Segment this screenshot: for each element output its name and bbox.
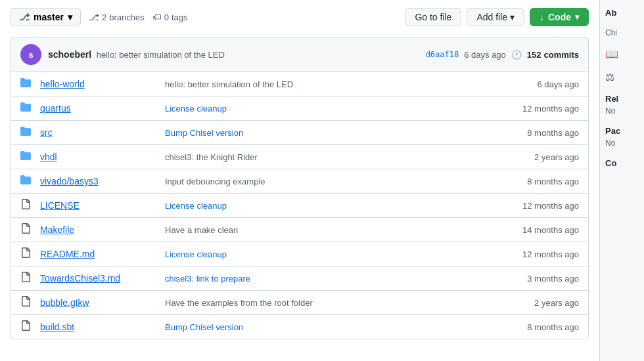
file-name-link[interactable]: TowardsChisel3.md (40, 273, 158, 284)
file-commit-message: License cleanup (165, 201, 494, 211)
folder-icon (20, 150, 34, 163)
sidebar-book: 📖 (605, 48, 639, 60)
releases-text: No (605, 106, 639, 116)
file-time: 8 months ago (500, 177, 579, 186)
sidebar-chisel: Chi (605, 28, 639, 37)
branches-icon: ⎇ (89, 12, 99, 22)
file-commit-message: Have the examples from the root folder (165, 298, 494, 308)
file-commit-message: chisel3: link to prepare (165, 274, 494, 284)
commit-message-link[interactable]: License cleanup (165, 104, 227, 114)
contributors-title: Co (605, 158, 639, 168)
sidebar-releases: Rel No (605, 94, 639, 116)
commit-author[interactable]: schoeberl (48, 49, 91, 60)
file-name-link[interactable]: src (40, 127, 158, 138)
commit-message-link[interactable]: License cleanup (165, 249, 227, 259)
sidebar-packages: Pac No (605, 126, 639, 148)
commit-message-link[interactable]: Bump Chisel version (165, 128, 243, 138)
table-row: quartusLicense cleanup12 months ago (11, 96, 588, 121)
sidebar-about: Ab (605, 8, 639, 18)
chevron-down-icon: ▾ (68, 12, 72, 22)
chevron-down-icon: ▾ (510, 12, 515, 22)
file-name-link[interactable]: vivado/basys3 (40, 176, 158, 186)
file-name-link[interactable]: vhdl (40, 152, 158, 162)
file-name-link[interactable]: README.md (40, 249, 158, 259)
branches-count: 2 (102, 12, 106, 22)
file-time: 8 months ago (500, 322, 579, 332)
tags-label: tags (172, 12, 188, 22)
file-time: 2 years ago (500, 152, 579, 162)
sidebar-scale: ⚖ (605, 71, 639, 83)
file-time: 12 months ago (500, 201, 579, 211)
file-time: 12 months ago (500, 249, 579, 259)
commit-message-link[interactable]: Bump Chisel version (165, 322, 243, 332)
code-button[interactable]: ↓ Code ▾ (530, 8, 589, 26)
file-commit-message: Input debouncing example (165, 177, 494, 186)
table-row: TowardsChisel3.mdchisel3: link to prepar… (11, 266, 588, 291)
commits-link[interactable]: 152 commits (527, 50, 579, 60)
sidebar-contributors: Co (605, 158, 639, 168)
file-commit-message: chisel3: the Knight Rider (165, 152, 494, 162)
file-commit-message: Have a make clean (165, 225, 494, 235)
tag-icon: 🏷 (152, 12, 162, 22)
commit-hash[interactable]: d6aaf18 (426, 50, 459, 59)
top-bar-actions: Go to file Add file ▾ ↓ Code ▾ (405, 8, 589, 26)
branches-label: branches (109, 12, 144, 22)
file-icon (20, 296, 34, 309)
file-name-link[interactable]: quartus (40, 103, 158, 114)
file-time: 6 days ago (500, 79, 579, 89)
table-row: MakefileHave a make clean14 months ago (11, 218, 588, 242)
file-icon (20, 247, 34, 261)
sidebar: Ab Chi 📖 ⚖ Rel No Pac No Co (599, 0, 644, 361)
folder-icon (20, 77, 34, 91)
add-file-button[interactable]: Add file ▾ (467, 8, 524, 26)
file-time: 8 months ago (500, 128, 579, 138)
download-icon: ↓ (540, 12, 544, 22)
commit-message-link[interactable]: License cleanup (165, 201, 227, 211)
commit-info: schoeberl hello: better simulation of th… (48, 49, 225, 60)
scale-icon: ⚖ (605, 71, 639, 83)
file-time: 14 months ago (500, 225, 579, 235)
file-time: 3 months ago (500, 274, 579, 284)
file-icon (20, 199, 34, 212)
file-name-link[interactable]: hello-world (40, 79, 158, 89)
file-time: 12 months ago (500, 104, 579, 114)
file-icon (20, 223, 34, 236)
table-row: bubble.gtkwHave the examples from the ro… (11, 291, 588, 315)
file-name-link[interactable]: bubble.gtkw (40, 297, 158, 308)
packages-title: Pac (605, 126, 639, 136)
branch-selector[interactable]: ⎇ master ▾ (11, 8, 81, 26)
packages-text: No (605, 138, 639, 148)
branch-name: master (34, 12, 64, 22)
file-commit-message: Bump Chisel version (165, 128, 494, 138)
table-row: LICENSELicense cleanup12 months ago (11, 194, 588, 218)
top-bar: ⎇ master ▾ ⎇ 2 branches 🏷 0 tags Go to f… (11, 8, 589, 26)
file-time: 2 years ago (500, 298, 579, 308)
table-row: hello-worldhello: better simulation of t… (11, 72, 588, 96)
table-row: README.mdLicense cleanup12 months ago (11, 242, 588, 266)
commit-message-link[interactable]: chisel3: link to prepare (165, 274, 250, 284)
goto-file-button[interactable]: Go to file (405, 8, 461, 26)
file-commit-message: License cleanup (165, 249, 494, 259)
file-name-link[interactable]: Makefile (40, 224, 158, 235)
commit-time: 6 days ago (464, 50, 506, 60)
file-commit-message: License cleanup (165, 104, 494, 114)
branches-badge[interactable]: ⎇ 2 branches (89, 12, 145, 22)
file-icon (20, 320, 34, 333)
file-commit-message: Bump Chisel version (165, 322, 494, 332)
table-row: srcBump Chisel version8 months ago (11, 121, 588, 145)
commit-message: hello: better simulation of the LED (94, 50, 225, 60)
file-icon (20, 272, 34, 285)
file-name-link[interactable]: LICENSE (40, 200, 158, 211)
chevron-down-icon: ▾ (575, 12, 579, 22)
tags-badge[interactable]: 🏷 0 tags (152, 12, 188, 22)
commit-meta-right: d6aaf18 6 days ago 🕐 152 commits (426, 50, 579, 60)
folder-icon (20, 175, 34, 188)
table-row: build.sbtBump Chisel version8 months ago (11, 315, 588, 339)
book-icon: 📖 (605, 48, 639, 60)
file-name-link[interactable]: build.sbt (40, 322, 158, 332)
branch-icon: ⎇ (19, 12, 30, 22)
file-table: hello-worldhello: better simulation of t… (11, 72, 589, 339)
clock-icon: 🕐 (511, 50, 522, 60)
about-title: Ab (605, 8, 639, 18)
tags-count: 0 (164, 12, 169, 22)
